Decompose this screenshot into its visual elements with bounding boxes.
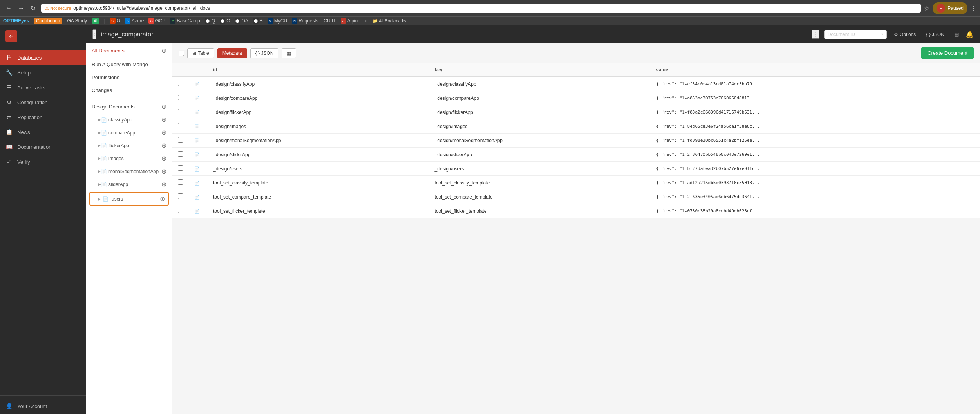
bookmark-mycu[interactable]: M MyCU	[268, 18, 287, 24]
row-id-cell[interactable]: _design/sliderApp	[208, 148, 429, 162]
subnav-changes[interactable]: Changes	[86, 84, 172, 97]
sidebar-item-setup[interactable]: 🔧 Setup	[0, 65, 86, 80]
sidebar-item-your-account[interactable]: 👤 Your Account	[0, 399, 86, 414]
subnav-run-query[interactable]: Run A Query with Mango	[86, 58, 172, 71]
bookmark-codabench[interactable]: Codabench	[34, 18, 62, 24]
row-id-cell[interactable]: _design/images	[208, 119, 429, 134]
row-id-cell[interactable]: _design/users	[208, 162, 429, 176]
sidebar-item-databases[interactable]: 🗄 Databases	[0, 50, 86, 65]
row-id-cell[interactable]: _design/monaiSegmentationApp	[208, 134, 429, 148]
add-document-icon[interactable]: ⊕	[161, 47, 166, 54]
bookmark-gastudy[interactable]: GA Study	[67, 18, 87, 24]
table-row[interactable]: 📄 tool_set_flicker_template tool_set_fli…	[172, 204, 980, 218]
json-view-button[interactable]: { } JSON	[250, 48, 279, 58]
bookmark-optimeyes[interactable]: OPTIMEyes	[3, 18, 29, 24]
sidebar-item-documentation[interactable]: 📖 Documentation	[0, 139, 86, 154]
row-checkbox[interactable]	[178, 165, 183, 171]
row-id-cell[interactable]: tool_set_flicker_template	[208, 204, 429, 218]
sidebar-item-active-tasks[interactable]: ☰ Active Tasks	[0, 80, 86, 95]
row-checkbox[interactable]	[178, 123, 183, 128]
row-checkbox[interactable]	[178, 208, 183, 213]
table-row[interactable]: 📄 _design/users _design/users { "rev": "…	[172, 162, 980, 176]
panel-view-button[interactable]: ▦	[282, 48, 296, 58]
row-id-cell[interactable]: tool_set_classify_template	[208, 176, 429, 190]
bookmark-gh-b[interactable]: ⬤ B	[253, 18, 263, 24]
table-row[interactable]: 📄 _design/classifyApp _design/classifyAp…	[172, 77, 980, 91]
add-slider-icon[interactable]: ⊕	[161, 181, 166, 188]
bookmark-gh-o[interactable]: ⬤ O	[220, 18, 230, 24]
row-id-cell[interactable]: _design/classifyApp	[208, 77, 429, 91]
forward-button[interactable]: →	[16, 4, 27, 13]
subnav-images[interactable]: ▶ 📄 images ⊕	[86, 152, 172, 165]
sidebar-item-configuration[interactable]: ⚙ Configuration	[0, 95, 86, 110]
bookmark-alpine[interactable]: A Alpine	[341, 18, 360, 24]
table-row[interactable]: 📄 tool_set_classify_template tool_set_cl…	[172, 176, 980, 190]
row-id-cell[interactable]: _design/flickerApp	[208, 105, 429, 119]
table-row[interactable]: 📄 _design/images _design/images { "rev":…	[172, 119, 980, 134]
add-compare-icon[interactable]: ⊕	[161, 129, 166, 136]
th-key[interactable]: key	[429, 63, 651, 77]
sidebar-item-replication[interactable]: ⇄ Replication	[0, 110, 86, 125]
th-id[interactable]: id	[208, 63, 429, 77]
metadata-view-button[interactable]: Metadata	[217, 48, 247, 58]
db-menu-button[interactable]: ⋮	[812, 30, 819, 39]
row-checkbox[interactable]	[178, 151, 183, 157]
subnav-compare-app[interactable]: ▶ 📄 compareApp ⊕	[86, 126, 172, 139]
subnav-flicker-app[interactable]: ▶ 📄 flickerApp ⊕	[86, 139, 172, 152]
select-all-checkbox[interactable]	[179, 51, 184, 56]
bookmark-o365[interactable]: O O	[110, 18, 120, 24]
add-flicker-icon[interactable]: ⊕	[161, 142, 166, 149]
bookmark-azure[interactable]: A Azure	[125, 18, 144, 24]
design-docs-header[interactable]: Design Documents ⊕	[86, 100, 172, 113]
grid-view-button[interactable]: ▦	[951, 30, 962, 39]
add-monai-icon[interactable]: ⊕	[161, 168, 166, 175]
options-button[interactable]: ⚙ Options	[891, 30, 919, 39]
add-classify-icon[interactable]: ⊕	[161, 116, 166, 123]
subnav-monai-seg-app[interactable]: ▶ 📄 monaiSegmentationApp ⊕	[86, 165, 172, 178]
bookmark-basecamp[interactable]: B BaseCamp	[170, 18, 200, 24]
json-button[interactable]: { } JSON	[923, 30, 947, 39]
th-value[interactable]: value	[651, 63, 980, 77]
add-design-doc-icon[interactable]: ⊕	[161, 103, 166, 110]
row-id-cell[interactable]: _design/compareApp	[208, 91, 429, 105]
subnav-permissions[interactable]: Permissions	[86, 71, 172, 84]
sidebar-item-verify[interactable]: ✓ Verify	[0, 154, 86, 169]
reload-button[interactable]: ↻	[28, 4, 38, 13]
bookmark-allbookmarks[interactable]: 📁 All Bookmarks	[372, 18, 407, 24]
bookmark-gcp[interactable]: G GCP	[148, 18, 165, 24]
browser-menu-button[interactable]: ⋮	[971, 5, 977, 12]
db-back-button[interactable]: ‹	[92, 29, 96, 39]
table-row[interactable]: 📄 _design/sliderApp _design/sliderApp { …	[172, 148, 980, 162]
table-row[interactable]: 📄 _design/monaiSegmentationApp _design/m…	[172, 134, 980, 148]
bookmark-gh-oa[interactable]: ⬤ OA	[235, 18, 248, 24]
bookmark-ai[interactable]: AI	[92, 18, 99, 24]
address-bar[interactable]: ⚠ Not secure optimeyes.co:5984/_utils/#d…	[41, 4, 921, 13]
star-button[interactable]: ☆	[924, 5, 929, 12]
subnav-classify-app[interactable]: ▶ 📄 classifyApp ⊕	[86, 113, 172, 126]
add-users-icon[interactable]: ⊕	[160, 195, 165, 202]
table-view-button[interactable]: ⊞ Table	[187, 48, 214, 58]
doc-id-selector[interactable]: Document ID ▾	[824, 30, 887, 39]
row-checkbox[interactable]	[178, 137, 183, 143]
bookmark-more[interactable]: »	[365, 18, 368, 24]
row-checkbox[interactable]	[178, 95, 183, 100]
subnav-slider-app[interactable]: ▶ 📄 sliderApp ⊕	[86, 178, 172, 191]
row-checkbox[interactable]	[178, 179, 183, 185]
table-row[interactable]: 📄 tool_set_compare_template tool_set_com…	[172, 190, 980, 204]
row-checkbox[interactable]	[178, 193, 183, 199]
notifications-button[interactable]: 🔔	[966, 31, 974, 38]
subnav-users[interactable]: ▶ 📄 users ⊕	[89, 192, 169, 206]
row-checkbox[interactable]	[178, 109, 183, 114]
table-row[interactable]: 📄 _design/flickerApp _design/flickerApp …	[172, 105, 980, 119]
row-checkbox[interactable]	[178, 81, 183, 86]
subnav-all-documents[interactable]: All Documents ⊕	[86, 43, 172, 58]
create-document-button[interactable]: Create Document	[921, 47, 974, 59]
sidebar-item-news[interactable]: 📋 News	[0, 125, 86, 139]
paused-button[interactable]: P Paused	[933, 2, 967, 14]
bookmark-gh-q[interactable]: ⬤ Q	[205, 18, 215, 24]
add-images-icon[interactable]: ⊕	[161, 155, 166, 162]
back-button[interactable]: ←	[3, 4, 14, 13]
row-id-cell[interactable]: tool_set_compare_template	[208, 190, 429, 204]
table-row[interactable]: 📄 _design/compareApp _design/compareApp …	[172, 91, 980, 105]
bookmark-requests[interactable]: R Requests – CU IT	[292, 18, 336, 24]
